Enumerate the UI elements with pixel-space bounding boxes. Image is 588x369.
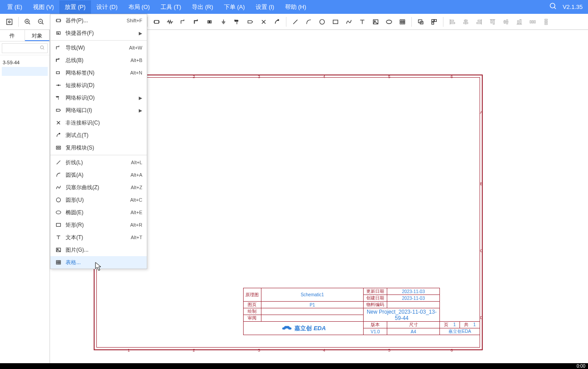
tool-component-icon[interactable] — [150, 16, 163, 28]
tool-align-bottom-icon[interactable] — [513, 16, 526, 28]
svg-line-27 — [293, 20, 297, 24]
dd-item-wire[interactable]: 导线(W)Alt+W — [50, 41, 147, 54]
menu-order[interactable]: 下单 (A) — [219, 0, 250, 14]
svg-rect-42 — [432, 19, 434, 21]
tb-size-value: A4 — [387, 328, 439, 335]
tb-project-name: New Project_2023-11-03_13-59-44 — [364, 308, 440, 322]
tool-align-middle-icon[interactable] — [500, 16, 512, 28]
tool-zoomout-icon[interactable] — [35, 16, 47, 28]
lp-tab-parts[interactable]: 件 — [0, 30, 25, 41]
dd-item-noconnect[interactable]: 非连接标识(C) — [50, 116, 147, 129]
menu-edit[interactable]: 置 (E) — [2, 0, 28, 14]
tool-vcc-icon[interactable]: vcc — [231, 16, 243, 28]
dd-item-text[interactable]: 文本(T)Alt+T — [50, 231, 147, 244]
tool-rect-icon[interactable] — [329, 16, 342, 28]
tb-updated-value: 2023-11-03 — [387, 288, 439, 295]
svg-point-26 — [277, 19, 279, 21]
tool-text-icon[interactable] — [356, 16, 369, 28]
menu-tools[interactable]: 工具 (T) — [155, 0, 186, 14]
tool-dist-h-icon[interactable] — [526, 16, 539, 28]
dd-item-ellipse[interactable]: 椭圆(E)Alt+E — [50, 206, 147, 219]
global-search-icon[interactable] — [547, 0, 559, 13]
dd-item-netlabel[interactable]: 网络标签(N)Alt+N — [50, 66, 147, 79]
tool-gnd-icon[interactable] — [217, 16, 230, 28]
dd-item-table[interactable]: 表格... — [50, 256, 147, 269]
tool-zoomin-icon[interactable] — [21, 16, 34, 28]
menu-settings[interactable]: 设置 (I) — [250, 0, 280, 14]
dd-item-bus[interactable]: 总线(B)Alt+B — [50, 54, 147, 66]
short-icon — [54, 82, 63, 89]
menu-help[interactable]: 帮助 (H) — [280, 0, 312, 14]
svg-rect-52 — [478, 20, 481, 21]
menu-place[interactable]: 放置 (P) — [59, 0, 91, 14]
dd-item-polyline[interactable]: 折线(L)Alt+L — [50, 156, 147, 169]
menu-view[interactable]: 视图 (V) — [28, 0, 59, 14]
svg-rect-65 — [534, 21, 535, 23]
menu-export[interactable]: 导出 (R) — [186, 0, 219, 14]
tb-brand: 嘉立创EDA — [244, 322, 364, 335]
svg-point-69 — [41, 46, 44, 49]
tool-align-right-icon[interactable] — [473, 16, 485, 28]
tree-node-project[interactable]: 3-59-44 — [2, 58, 48, 67]
dd-item-reuse[interactable]: 复用模块(S) — [50, 141, 147, 154]
tool-testpoint-icon[interactable] — [271, 16, 283, 28]
svg-rect-61 — [518, 21, 519, 24]
tool-resistor-icon[interactable] — [164, 16, 176, 28]
tree-node-schematic[interactable] — [2, 67, 48, 76]
dd-item-circle[interactable]: 圆形(U)Alt+C — [50, 194, 147, 206]
dd-item-image[interactable]: 图片(G)... — [50, 244, 147, 256]
tb-bom-label: 物料编码 — [364, 302, 387, 308]
tool-arc-icon[interactable] — [302, 16, 315, 28]
dd-item-rect[interactable]: 矩形(R)Alt+R — [50, 219, 147, 231]
ruler-right-d: D — [480, 315, 483, 320]
dd-item-arc[interactable]: 圆弧(A)Alt+A — [50, 169, 147, 181]
testpoint-icon — [54, 132, 63, 139]
tool-table-icon[interactable] — [396, 16, 409, 28]
svg-rect-68 — [545, 23, 547, 25]
version-label: V2.1.35 — [563, 4, 583, 10]
svg-rect-55 — [491, 20, 492, 23]
tool-bus-icon[interactable] — [190, 16, 203, 28]
svg-rect-64 — [532, 21, 534, 23]
tb-updated-label: 更新日期 — [364, 288, 387, 295]
svg-text:vcc: vcc — [56, 95, 59, 98]
menu-layout[interactable]: 布局 (O) — [123, 0, 155, 14]
dd-item-quick-component[interactable]: 快捷器件(F)▶ — [50, 27, 147, 39]
menu-design[interactable]: 设计 (D) — [91, 0, 123, 14]
tool-dist-v-icon[interactable] — [540, 16, 552, 28]
dd-item-component[interactable]: 器件(P)...Shift+F — [50, 14, 147, 27]
tool-cross-probe-icon[interactable] — [414, 16, 427, 28]
svg-point-84 — [59, 133, 60, 134]
tool-bezier-icon[interactable] — [343, 16, 355, 28]
tb-company: 嘉立创EDA — [440, 328, 480, 335]
tool-design-manager-icon[interactable] — [428, 16, 440, 28]
tool-noconnect-icon[interactable] — [257, 16, 270, 28]
svg-rect-46 — [451, 20, 454, 21]
tool-align-top-icon[interactable] — [486, 16, 499, 28]
tb-sheet-label: 图页 — [244, 302, 261, 308]
image-icon — [54, 246, 63, 253]
tool-circle-icon[interactable] — [316, 16, 328, 28]
svg-rect-90 — [56, 224, 60, 227]
tool-align-center-icon[interactable] — [460, 16, 472, 28]
wire-icon — [54, 44, 63, 51]
dd-item-bezier[interactable]: 贝塞尔曲线(Z)Alt+Z — [50, 181, 147, 194]
tool-netlabel-icon[interactable]: N — [204, 16, 216, 28]
polyline-icon — [54, 159, 63, 166]
svg-text:vcc: vcc — [235, 19, 238, 21]
tool-image-icon[interactable] — [369, 16, 382, 28]
tool-wire-icon[interactable] — [177, 16, 190, 28]
rect-icon — [54, 221, 63, 228]
dd-item-testpoint[interactable]: 测试点(T) — [50, 129, 147, 141]
svg-rect-44 — [432, 22, 434, 24]
tool-line-icon[interactable] — [289, 16, 302, 28]
tool-port-icon[interactable] — [244, 16, 257, 28]
dd-item-netport[interactable]: 网络端口(I)▶ — [50, 104, 147, 116]
tool-ellipse-icon[interactable] — [383, 16, 395, 28]
dd-item-short[interactable]: 短接标识(D) — [50, 79, 147, 91]
tool-fit-icon[interactable] — [3, 16, 16, 28]
dd-item-netflag[interactable]: vcc网络标识(O)▶ — [50, 91, 147, 104]
tool-align-left-icon[interactable] — [446, 16, 459, 28]
lp-tab-objects[interactable]: 对象 — [25, 30, 50, 41]
svg-line-10 — [42, 23, 43, 24]
